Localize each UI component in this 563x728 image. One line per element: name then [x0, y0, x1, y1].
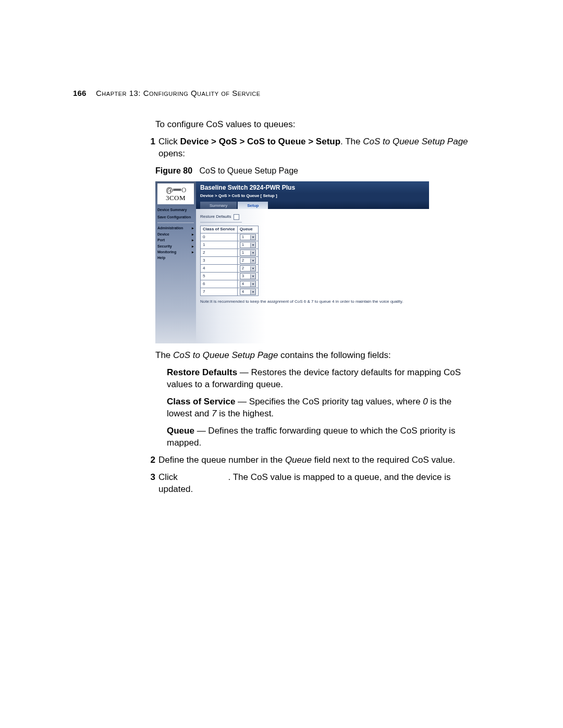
cell-queue: 3▾ [237, 273, 258, 280]
restore-defaults-row: Restore Defaults [200, 214, 425, 220]
figure-label: Figure 80 [155, 166, 192, 175]
step-2-queue-word: Queue [285, 455, 312, 465]
step-1: 1 Click Device > QoS > CoS to Queue > Se… [155, 136, 479, 160]
page: 166 Chapter 13: Configuring Quality of S… [0, 0, 563, 728]
field-label: Queue [167, 426, 194, 436]
queue-select[interactable]: 1▾ [240, 234, 256, 240]
sidebar-label: Monitoring [157, 250, 176, 254]
cell-cos: 5 [201, 273, 238, 280]
table-row: 74▾ [201, 288, 259, 296]
screenshot-figure: ൫➖ଠ 3COM Device Summary Save Configurati… [155, 181, 429, 343]
step-1-number: 1 [144, 136, 158, 160]
chevron-down-icon: ▾ [250, 266, 255, 271]
queue-value: 4 [242, 281, 244, 287]
ss-breadcrumb: Device > QoS > CoS to Queue [ Setup ] [196, 193, 429, 201]
queue-select[interactable]: 4▾ [240, 281, 256, 287]
field-restore-defaults: Restore Defaults — Restores the device f… [167, 367, 479, 391]
cell-queue: 1▾ [237, 241, 258, 249]
cell-cos: 4 [201, 265, 238, 273]
queue-select[interactable]: 1▾ [240, 242, 256, 248]
cos-queue-table: Class of Service Queue 01▾ 11▾ 21▾ 32▾ 4… [200, 226, 259, 296]
chevron-down-icon: ▾ [250, 251, 255, 255]
sidebar-item-monitoring[interactable]: Monitoring▸ [157, 249, 194, 255]
chevron-down-icon: ▾ [250, 290, 255, 294]
chevron-down-icon: ▾ [250, 282, 255, 287]
step-3: 3 Click . The CoS value is mapped to a q… [155, 472, 479, 496]
cell-queue: 2▾ [237, 265, 258, 273]
table-row: 32▾ [201, 257, 259, 265]
section-divider [200, 222, 242, 223]
fields-lead: The CoS to Queue Setup Page contains the… [155, 350, 479, 362]
table-header-row: Class of Service Queue [201, 226, 259, 233]
cell-cos: 2 [201, 249, 238, 257]
queue-select[interactable]: 2▾ [240, 257, 256, 264]
queue-value: 1 [242, 242, 244, 248]
step-3-number: 3 [144, 472, 158, 496]
figure-title: CoS to Queue Setup Page [199, 166, 298, 175]
chevron-right-icon: ▸ [192, 238, 194, 242]
queue-select[interactable]: 1▾ [240, 250, 256, 256]
queue-value: 2 [242, 266, 244, 272]
table-row: 11▾ [201, 241, 259, 249]
logo-swirl-icon: ൫➖ଠ [166, 186, 186, 193]
tab-summary[interactable]: Summary [200, 202, 237, 209]
field-desc-a: — Specifies the CoS priority tag values,… [235, 397, 423, 406]
step-1-pagename: CoS to Queue Setup Page [363, 137, 468, 146]
step-2: 2 Define the queue number in the Queue f… [155, 454, 479, 466]
chevron-right-icon: ▸ [192, 244, 194, 249]
step-1-body: Click Device > QoS > CoS to Queue > Setu… [158, 136, 479, 160]
field-label: Class of Service [167, 397, 235, 406]
sidebar-link-save-config[interactable]: Save Configuration [157, 214, 194, 220]
ss-note-text: Note:It is recommended to keep the assig… [200, 299, 425, 305]
cell-queue: 4▾ [237, 280, 258, 288]
tab-setup[interactable]: Setup [238, 202, 268, 209]
field-desc-c: is the highest. [216, 409, 274, 418]
intro-text: To configure CoS values to queues: [155, 119, 479, 131]
step-3-b: . The CoS value is mapped to a queue, an… [158, 472, 450, 494]
cell-cos: 3 [201, 257, 238, 265]
sidebar-item-port[interactable]: Port▸ [157, 237, 194, 243]
chevron-right-icon: ▸ [192, 250, 194, 254]
field-desc: — Defines the traffic forwarding queue t… [167, 426, 455, 448]
table-row: 53▾ [201, 273, 259, 280]
ss-sidebar: ൫➖ଠ 3COM Device Summary Save Configurati… [155, 181, 196, 343]
table-row: 01▾ [201, 233, 259, 241]
queue-value: 4 [242, 289, 244, 295]
queue-select[interactable]: 2▾ [240, 265, 256, 272]
fields-lead-a: The [155, 350, 173, 360]
queue-select[interactable]: 3▾ [240, 273, 256, 279]
step-2-body: Define the queue number in the Queue fie… [158, 454, 479, 466]
ss-body: Restore Defaults Class of Service Queue … [196, 209, 429, 343]
sidebar-label: Help [157, 255, 165, 260]
field-queue: Queue — Defines the traffic forwarding q… [167, 425, 479, 449]
chevron-right-icon: ▸ [192, 232, 194, 237]
sidebar-item-security[interactable]: Security▸ [157, 243, 194, 249]
sidebar-item-device[interactable]: Device▸ [157, 231, 194, 237]
sidebar-label: Device [157, 232, 169, 237]
sidebar-item-help[interactable]: Help [157, 255, 194, 261]
queue-select[interactable]: 4▾ [240, 289, 256, 295]
restore-defaults-label: Restore Defaults [200, 214, 231, 220]
chapter-title: Chapter 13: Configuring Quality of Servi… [96, 89, 260, 97]
sidebar-link-device-summary[interactable]: Device Summary [157, 206, 194, 213]
col-header-cos: Class of Service [201, 226, 238, 233]
sidebar-item-administration[interactable]: Administration▸ [157, 225, 194, 231]
field-val-0: 0 [423, 397, 427, 406]
cell-queue: 2▾ [237, 257, 258, 265]
chevron-down-icon: ▾ [250, 235, 255, 240]
chevron-down-icon: ▾ [250, 243, 255, 248]
page-number: 166 [73, 89, 87, 97]
fields-lead-b: contains the following fields: [278, 350, 390, 360]
step-2-number: 2 [144, 454, 158, 466]
cell-queue: 1▾ [237, 233, 258, 241]
ss-tabs: Summary Setup [196, 201, 429, 209]
restore-defaults-checkbox[interactable] [234, 214, 239, 220]
field-class-of-service: Class of Service — Specifies the CoS pri… [167, 396, 479, 420]
queue-value: 3 [242, 274, 244, 279]
step-3-body: Click . The CoS value is mapped to a que… [158, 472, 479, 496]
queue-value: 1 [242, 235, 244, 240]
table-row: 42▾ [201, 265, 259, 273]
queue-value: 1 [242, 250, 244, 256]
chevron-down-icon: ▾ [250, 274, 255, 279]
sidebar-label: Administration [157, 226, 183, 230]
